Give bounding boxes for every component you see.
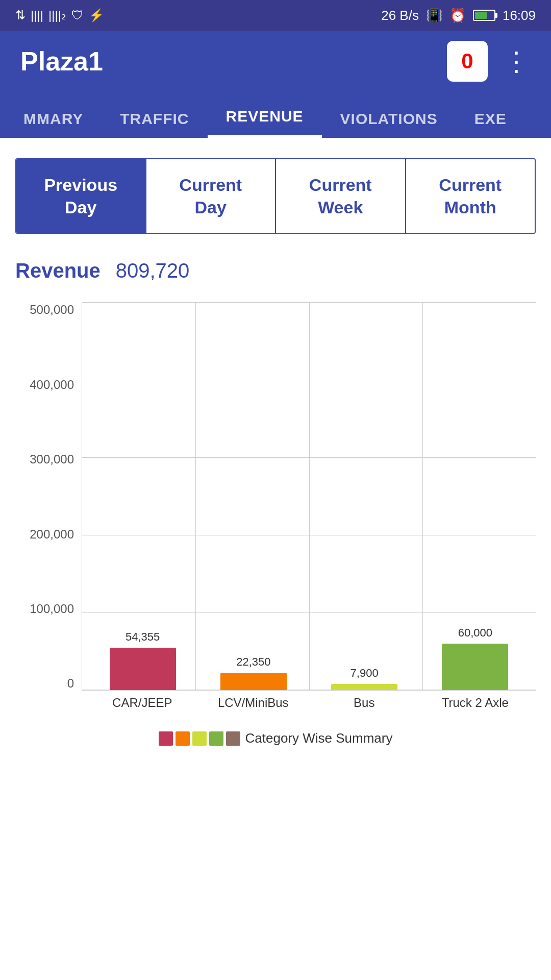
period-tab-current-day[interactable]: CurrentDay: [146, 159, 277, 233]
bar-group-lcv: 22,350: [220, 655, 287, 690]
chart-container: 500,000 400,000 300,000 200,000 100,000 …: [15, 303, 536, 710]
bar-value-lcv: 22,350: [236, 655, 270, 669]
bar-truck2axle: [442, 644, 508, 690]
legend-swatch-2: [176, 731, 190, 746]
time-display: 16:09: [503, 8, 536, 23]
x-label-carjeep: CAR/JEEP: [102, 696, 183, 710]
revenue-value: 809,720: [116, 259, 190, 282]
app-bar-right: 0 ⋮: [447, 41, 531, 82]
content-area: PreviousDay CurrentDay CurrentWeek Curre…: [0, 138, 551, 980]
y-label-0: 0: [67, 676, 74, 691]
legend-swatch-5: [226, 731, 240, 746]
signal-icon: ⇅: [15, 8, 26, 22]
tab-summary[interactable]: MMARY: [5, 100, 102, 138]
usb-icon: ⚡: [89, 8, 104, 22]
x-label-bus: Bus: [323, 696, 405, 710]
period-tab-current-week[interactable]: CurrentWeek: [276, 159, 406, 233]
x-label-lcv: LCV/MiniBus: [212, 696, 294, 710]
bar-value-truck2axle: 60,000: [458, 626, 492, 640]
tab-violations[interactable]: VIOLATIONS: [322, 100, 456, 138]
bar-lcv: [220, 673, 287, 690]
legend-swatch-1: [159, 731, 173, 746]
bar-group-truck2axle: 60,000: [442, 626, 508, 690]
bar-bus: [331, 684, 397, 690]
tab-revenue[interactable]: REVENUE: [208, 97, 322, 138]
bar-value-carjeep: 54,355: [126, 630, 160, 644]
revenue-label: Revenue: [15, 259, 101, 282]
alarm-icon: ⏰: [449, 8, 466, 23]
legend-label: Category Wise Summary: [245, 730, 393, 746]
bar-group-carjeep: 54,355: [110, 630, 176, 690]
legend-swatches: [159, 731, 240, 746]
chart-area: 500,000 400,000 300,000 200,000 100,000 …: [15, 303, 536, 691]
status-left: ⇅ |||| ||||₂ 🛡 ⚡: [15, 8, 104, 22]
x-labels: CAR/JEEP LCV/MiniBus Bus Truck 2 Axle: [15, 691, 536, 710]
app-bar: Plaza1 0 ⋮: [0, 31, 551, 92]
battery-icon: [473, 10, 495, 21]
vibrate-icon: 📳: [426, 8, 442, 23]
chart-grid: 54,355 22,350 7,900 60,000: [82, 303, 536, 691]
signal-bars-2: ||||₂: [48, 8, 66, 22]
signal-bars-1: ||||: [31, 8, 43, 22]
chart-legend: Category Wise Summary: [15, 730, 536, 746]
legend-swatch-3: [192, 731, 207, 746]
notification-badge[interactable]: 0: [447, 41, 488, 82]
status-right: 26 B/s 📳 ⏰ 16:09: [381, 8, 536, 23]
battery-fill: [475, 12, 487, 19]
y-label-100k: 100,000: [30, 602, 74, 616]
tab-navigation: MMARY TRAFFIC REVENUE VIOLATIONS EXE: [0, 92, 551, 138]
y-axis: 500,000 400,000 300,000 200,000 100,000 …: [15, 303, 82, 691]
tab-traffic[interactable]: TRAFFIC: [102, 100, 207, 138]
status-bar: ⇅ |||| ||||₂ 🛡 ⚡ 26 B/s 📳 ⏰ 16:09: [0, 0, 551, 31]
shield-icon: 🛡: [71, 8, 84, 22]
period-tab-previous-day[interactable]: PreviousDay: [16, 159, 146, 233]
y-label-500k: 500,000: [30, 303, 74, 317]
revenue-header: Revenue 809,720: [15, 259, 536, 282]
bar-group-bus: 7,900: [331, 667, 397, 690]
bar-value-bus: 7,900: [350, 667, 379, 680]
legend-swatch-4: [209, 731, 223, 746]
tab-exe[interactable]: EXE: [456, 100, 525, 138]
y-label-400k: 400,000: [30, 378, 74, 392]
y-label-300k: 300,000: [30, 452, 74, 467]
bars-row: 54,355 22,350 7,900 60,000: [82, 303, 536, 690]
period-tab-current-month[interactable]: CurrentMonth: [406, 159, 535, 233]
app-title: Plaza1: [20, 46, 103, 77]
bar-carjeep: [110, 648, 176, 690]
x-label-truck2axle: Truck 2 Axle: [434, 696, 516, 710]
period-tabs: PreviousDay CurrentDay CurrentWeek Curre…: [15, 158, 536, 234]
more-options-icon[interactable]: ⋮: [503, 46, 531, 77]
network-speed: 26 B/s: [381, 8, 419, 23]
y-label-200k: 200,000: [30, 527, 74, 542]
